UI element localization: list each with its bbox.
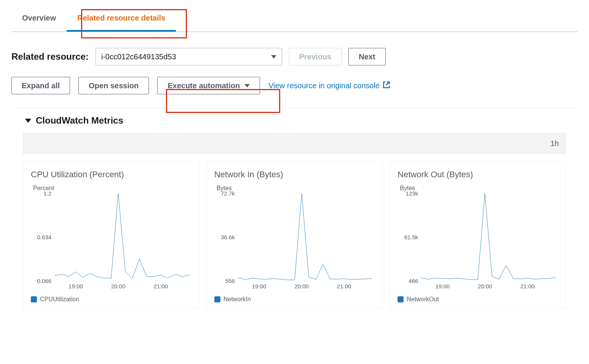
- x-axis-tick: 20:00: [111, 283, 126, 289]
- metric-chart: 0.0660.6341.219:0020:0021:00: [31, 193, 192, 292]
- metric-card-title: CPU Utilization (Percent): [31, 170, 192, 180]
- metric-card: CPU Utilization (Percent)Percent0.0660.6…: [23, 162, 200, 308]
- view-resource-link-text: View resource in original console: [268, 81, 380, 90]
- previous-button: Previous: [289, 48, 342, 65]
- triangle-down-icon: [25, 119, 31, 123]
- chevron-down-icon: [271, 55, 276, 59]
- legend-series-name: CPUUtilization: [40, 296, 79, 303]
- view-resource-original-console-link[interactable]: View resource in original console: [268, 81, 390, 91]
- x-axis-tick: 19:00: [435, 283, 450, 289]
- section-title: CloudWatch Metrics: [36, 115, 123, 126]
- x-axis-tick: 20:00: [478, 283, 492, 289]
- metric-card-unit: Percent: [31, 185, 192, 192]
- metric-chart: 46661.5k123k19:0020:0021:00: [397, 193, 558, 292]
- chart-legend: NetworkIn: [214, 296, 375, 303]
- x-axis-tick: 20:00: [294, 283, 309, 289]
- x-axis-tick: 21:00: [337, 283, 351, 289]
- chart-legend: CPUUtilization: [31, 296, 192, 303]
- x-axis-tick: 19:00: [252, 283, 267, 289]
- time-range-1h[interactable]: 1h: [551, 139, 559, 148]
- execute-automation-label: Execute automation: [168, 81, 240, 90]
- next-button[interactable]: Next: [348, 48, 385, 65]
- y-axis-tick: 61.5k: [397, 234, 418, 240]
- y-axis-tick: 0.066: [30, 278, 51, 284]
- metric-card: Network In (Bytes)Bytes55636.6k72.7k19:0…: [206, 162, 383, 308]
- y-axis-tick: 123k: [397, 190, 418, 197]
- metric-card-unit: Bytes: [397, 185, 558, 192]
- chart-legend: NetworkOut: [397, 296, 558, 303]
- metric-card-unit: Bytes: [214, 185, 375, 192]
- related-resource-selected: i-0cc012c6449135d53: [101, 52, 267, 61]
- related-resource-select[interactable]: i-0cc012c6449135d53: [96, 48, 282, 65]
- legend-swatch: [397, 296, 404, 302]
- execute-automation-button[interactable]: Execute automation: [157, 77, 260, 94]
- metrics-toolbar: 1h: [23, 133, 566, 154]
- y-axis-tick: 1.2: [30, 190, 51, 197]
- metric-chart: 55636.6k72.7k19:0020:0021:00: [214, 193, 375, 292]
- tab-related-resource-details[interactable]: Related resource details: [67, 7, 176, 32]
- metric-card: Network Out (Bytes)Bytes46661.5k123k19:0…: [389, 162, 566, 308]
- tabs: Overview Related resource details: [11, 7, 578, 32]
- y-axis-tick: 0.634: [30, 234, 51, 240]
- legend-swatch: [31, 296, 37, 302]
- chevron-down-icon: [244, 84, 250, 87]
- cloudwatch-metrics-section-toggle[interactable]: CloudWatch Metrics: [11, 108, 578, 133]
- related-resource-label: Related resource:: [11, 51, 89, 62]
- x-axis-tick: 19:00: [69, 283, 83, 289]
- x-axis-tick: 21:00: [520, 283, 535, 289]
- tab-overview[interactable]: Overview: [11, 7, 67, 32]
- expand-all-button[interactable]: Expand all: [11, 77, 70, 94]
- open-session-button[interactable]: Open session: [78, 77, 149, 94]
- legend-series-name: NetworkIn: [223, 296, 251, 303]
- external-link-icon: [383, 81, 390, 91]
- y-axis-tick: 466: [397, 278, 418, 284]
- y-axis-tick: 556: [214, 278, 235, 284]
- legend-swatch: [214, 296, 220, 302]
- legend-series-name: NetworkOut: [407, 296, 439, 303]
- x-axis-tick: 21:00: [153, 283, 168, 289]
- metric-card-title: Network In (Bytes): [214, 170, 375, 180]
- y-axis-tick: 36.6k: [214, 234, 235, 240]
- y-axis-tick: 72.7k: [214, 190, 235, 197]
- metric-card-title: Network Out (Bytes): [397, 170, 558, 180]
